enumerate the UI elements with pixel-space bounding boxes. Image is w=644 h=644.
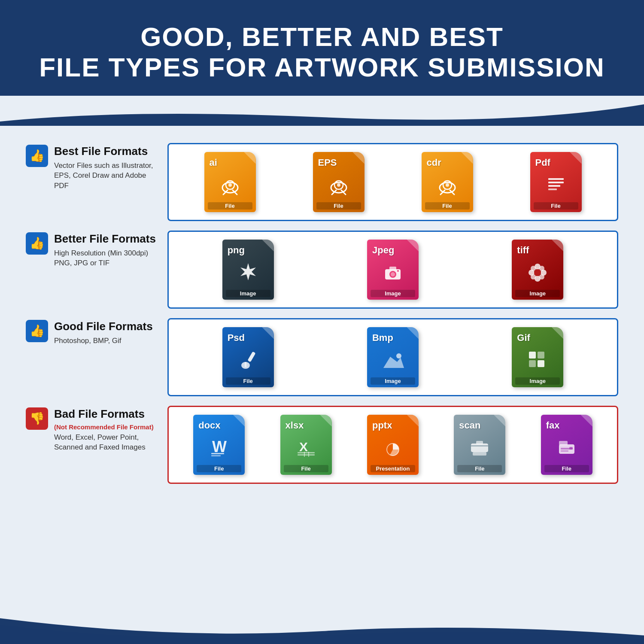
file-shape-scan: scan File [454,415,505,475]
file-icon-bmp: Bmp Image [365,327,421,387]
file-shape-pptx: pptx Presentation [367,415,419,475]
file-icon-eps: EPS File [311,152,367,212]
svg-point-2 [228,183,232,187]
svg-rect-9 [548,178,564,180]
good-row: 👍 Good File Formats Photoshop, BMP, Gif … [26,318,618,396]
file-icon-docx: docx W File [191,415,247,475]
file-icon-png: png Image [220,240,276,300]
file-shape-docx: docx W File [193,415,245,475]
thumbs-up-best: 👍 [26,145,48,167]
svg-point-33 [396,353,401,358]
best-icons-area: ai File [167,143,618,221]
svg-rect-38 [538,360,544,367]
svg-rect-37 [529,360,536,367]
bad-icons-area: docx W File xlsx [167,406,618,484]
good-description: Photoshop, BMP, Gif [54,336,153,346]
thumbs-up-good: 👍 [26,320,48,342]
best-label-area: 👍 Best File Formats Vector Files such as… [26,143,167,221]
svg-rect-11 [548,185,560,187]
good-icons-area: Psd File [167,318,618,396]
swoosh-bottom [0,610,644,644]
svg-rect-50 [473,452,486,456]
best-row: 👍 Best File Formats Vector Files such as… [26,143,618,221]
svg-rect-43 [298,452,315,453]
svg-text:X: X [299,440,308,454]
svg-point-25 [539,266,544,271]
svg-rect-55 [561,450,568,452]
file-icon-pptx: pptx Presentation [365,415,421,475]
file-shape-gif: Gif Image [512,327,563,387]
svg-rect-31 [245,362,246,367]
file-shape-eps: EPS File [313,152,365,212]
file-icon-psd: Psd File [220,327,276,387]
better-icons-area: png Image Jpeg [167,231,618,309]
better-description: High Resolution (Min 300dpi) PNG, JPG or… [54,248,156,269]
file-icon-pdf: Pdf File [528,152,584,212]
good-label-text: Good File Formats Photoshop, BMP, Gif [54,320,153,346]
bad-label-area: 👎 Bad File Formats (Not Recommended File… [26,406,167,484]
svg-rect-40 [211,453,224,454]
file-shape-jpeg: Jpeg Image [367,240,419,300]
header: GOOD, BETTER AND BEST FILE TYPES FOR ART… [0,0,644,96]
svg-rect-36 [538,352,544,358]
svg-rect-12 [548,188,557,190]
bad-row: 👎 Bad File Formats (Not Recommended File… [26,406,618,484]
file-icon-fax: fax File [539,415,595,475]
svg-rect-51 [476,441,483,444]
file-icon-gif: Gif Image [510,327,565,387]
good-title: Good File Formats [54,320,153,333]
good-label-area: 👍 Good File Formats Photoshop, BMP, Gif [26,318,167,396]
file-shape-psd: Psd File [222,327,274,387]
svg-point-8 [446,183,449,187]
best-description: Vector Files such as Illustrator, EPS, C… [54,161,159,191]
file-shape-fax: fax File [541,415,592,475]
best-label-text: Best File Formats Vector Files such as I… [54,145,159,191]
thumbs-down-bad: 👎 [26,407,48,430]
better-row: 👍 Better File Formats High Resolution (M… [26,231,618,309]
svg-point-17 [391,272,395,276]
main-container: GOOD, BETTER AND BEST FILE TYPES FOR ART… [0,0,644,644]
file-shape-png: png Image [222,240,274,300]
file-shape-cdr: cdr File [422,152,473,212]
swoosh-top [0,96,644,126]
svg-rect-15 [389,267,396,270]
svg-rect-41 [211,455,221,456]
bad-title: Bad File Formats [54,407,154,421]
content-area: 👍 Best File Formats Vector Files such as… [0,126,644,610]
file-shape-xlsx: xlsx X File [280,415,332,475]
svg-point-5 [337,183,340,187]
svg-point-27 [539,274,544,279]
file-icon-jpeg: Jpeg Image [365,240,421,300]
file-shape-tiff: tiff [512,240,563,300]
file-icon-tiff: tiff [510,240,565,300]
file-icon-cdr: cdr File [419,152,475,212]
page-title: GOOD, BETTER AND BEST FILE TYPES FOR ART… [34,21,610,83]
better-label-area: 👍 Better File Formats High Resolution (M… [26,231,167,309]
svg-point-18 [397,270,399,272]
file-icon-xlsx: xlsx X File [278,415,334,475]
best-title: Best File Formats [54,145,159,158]
svg-rect-10 [548,182,564,183]
svg-rect-44 [298,454,315,456]
file-shape-ai: ai File [204,152,256,212]
svg-point-28 [534,269,541,276]
better-title: Better File Formats [54,232,156,246]
bad-label-text: Bad File Formats (Not Recommended File F… [54,407,154,453]
bad-subtitle: (Not Recommended File Format) [54,423,154,431]
file-icon-scan: scan File [452,415,507,475]
file-shape-pdf: Pdf File [530,152,582,212]
svg-marker-34 [383,357,404,368]
bad-description: Word, Excel, Power Point, Scanned and Fa… [54,432,154,453]
file-icon-ai: ai File [202,152,258,212]
svg-point-24 [531,266,536,271]
svg-marker-13 [240,263,256,280]
svg-rect-49 [471,445,488,447]
svg-text:W: W [212,438,227,456]
file-shape-bmp: Bmp Image [367,327,419,387]
svg-rect-53 [559,441,568,445]
svg-rect-35 [529,352,536,358]
svg-rect-56 [569,447,573,450]
svg-point-26 [531,274,536,279]
better-label-text: Better File Formats High Resolution (Min… [54,232,156,269]
svg-rect-29 [247,352,255,362]
